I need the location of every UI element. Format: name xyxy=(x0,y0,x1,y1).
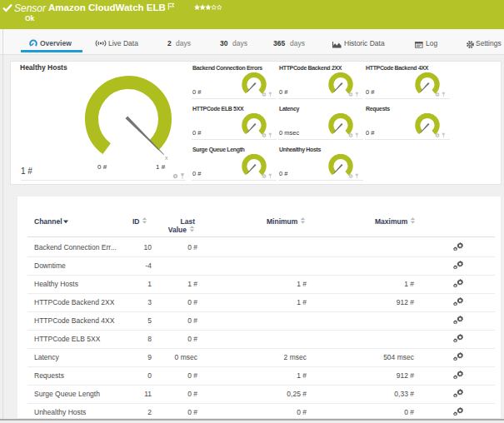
svg-text:x: x xyxy=(165,155,168,161)
